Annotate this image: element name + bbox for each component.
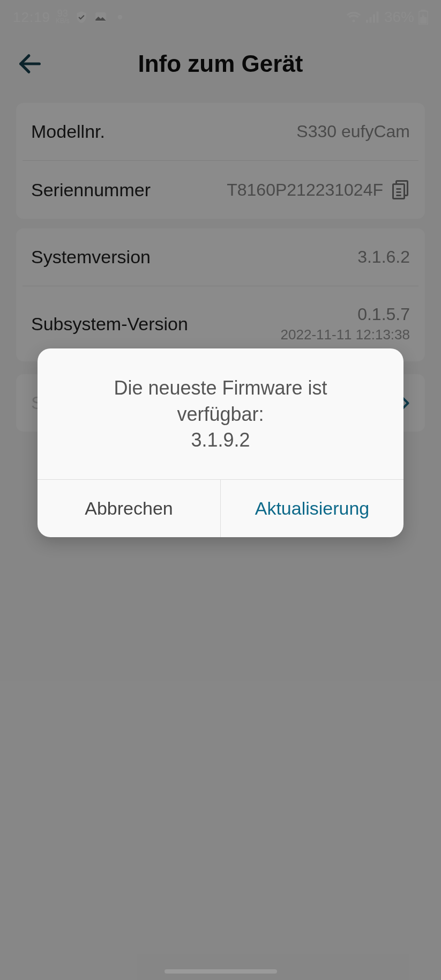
home-indicator[interactable] [165,969,277,974]
update-button[interactable]: Aktualisierung [220,480,403,537]
firmware-dialog: Die neueste Firmware ist verfügbar: 3.1.… [38,348,403,537]
cancel-button[interactable]: Abbrechen [38,480,220,537]
dialog-message: Die neueste Firmware ist verfügbar: 3.1.… [38,348,403,479]
